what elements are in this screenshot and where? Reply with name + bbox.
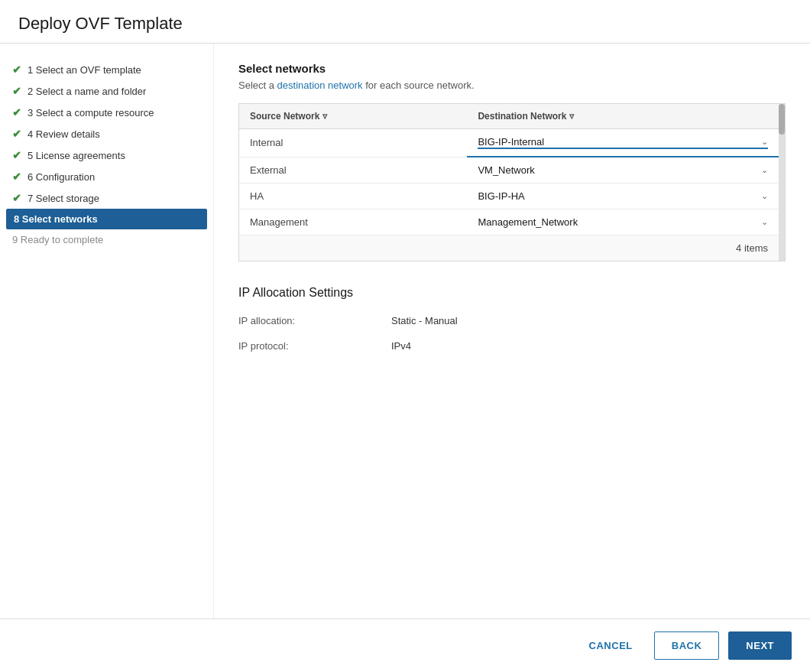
sidebar-item-label: 6 Configuration	[28, 171, 95, 183]
destination-network-cell[interactable]: Management_Network⌄	[467, 209, 779, 235]
ip-label: IP protocol:	[238, 340, 391, 352]
sidebar-item-label: 3 Select a compute resource	[28, 107, 154, 118]
check-icon: ✔	[12, 170, 21, 183]
dialog-title: Deploy OVF Template	[18, 14, 792, 34]
source-network-cell: Management	[239, 209, 467, 235]
section-subtitle: Select a destination network for each so…	[238, 80, 786, 91]
subtitle-pre: Select a	[238, 80, 277, 91]
sidebar-item-label: 7 Select storage	[28, 193, 99, 204]
ip-row: IP protocol:IPv4	[238, 340, 786, 352]
subtitle-post: for each source network.	[363, 80, 475, 91]
next-button[interactable]: NEXT	[728, 631, 792, 660]
ip-section-title: IP Allocation Settings	[238, 286, 786, 300]
table-scrollbar[interactable]	[779, 104, 785, 261]
destination-select[interactable]: VM_Network⌄	[478, 164, 768, 176]
ip-value: Static - Manual	[391, 315, 458, 326]
destination-network-cell[interactable]: BIG-IP-Internal⌄	[467, 129, 779, 157]
source-network-cell: Internal	[239, 129, 467, 157]
ip-value: IPv4	[391, 340, 411, 352]
table-row: ExternalVM_Network⌄	[239, 157, 779, 183]
sidebar-item-step3[interactable]: ✔3 Select a compute resource	[0, 102, 213, 123]
dialog-footer: CANCEL BACK NEXT	[0, 618, 810, 672]
sidebar-item-step5[interactable]: ✔5 License agreements	[0, 144, 213, 166]
sidebar-item-step2[interactable]: ✔2 Select a name and folder	[0, 80, 213, 102]
sidebar-item-step6[interactable]: ✔6 Configuration	[0, 166, 213, 187]
ip-row: IP allocation:Static - Manual	[238, 315, 786, 326]
sidebar: ✔1 Select an OVF template✔2 Select a nam…	[0, 44, 214, 618]
deploy-ovf-dialog: Deploy OVF Template ✔1 Select an OVF tem…	[0, 0, 810, 672]
cancel-button[interactable]: CANCEL	[577, 632, 645, 659]
sidebar-item-step9[interactable]: 9 Ready to complete	[0, 229, 213, 250]
sidebar-item-step8[interactable]: 8 Select networks	[6, 209, 207, 229]
sidebar-item-step4[interactable]: ✔4 Review details	[0, 123, 213, 144]
source-network-cell: HA	[239, 183, 467, 209]
sidebar-item-step1[interactable]: ✔1 Select an OVF template	[0, 59, 213, 80]
sidebar-item-label: 2 Select a name and folder	[28, 86, 146, 97]
destination-network-link[interactable]: destination network	[277, 80, 363, 91]
sidebar-item-label: 9 Ready to complete	[12, 234, 103, 245]
dialog-header: Deploy OVF Template	[0, 0, 810, 44]
dest-filter-icon[interactable]: ▿	[569, 111, 574, 122]
networks-table: Source Network ▿ Destination Network ▿ I…	[239, 104, 779, 261]
chevron-down-icon: ⌄	[761, 165, 768, 175]
source-filter-icon[interactable]: ▿	[322, 111, 327, 122]
ip-rows-container: IP allocation:Static - ManualIP protocol…	[238, 315, 786, 352]
col-dest-header: Destination Network ▿	[467, 104, 779, 129]
sidebar-item-label: 1 Select an OVF template	[28, 64, 141, 76]
destination-value: VM_Network	[478, 164, 534, 176]
main-content: Select networks Select a destination net…	[214, 44, 810, 618]
sidebar-item-step7[interactable]: ✔7 Select storage	[0, 187, 213, 209]
table-footer: 4 items	[239, 235, 779, 261]
back-button[interactable]: BACK	[654, 631, 720, 660]
destination-value: BIG-IP-HA	[478, 190, 524, 202]
table-row: HABIG-IP-HA⌄	[239, 183, 779, 209]
check-icon: ✔	[12, 63, 21, 76]
table-row: InternalBIG-IP-Internal⌄	[239, 129, 779, 157]
sidebar-item-label: 4 Review details	[28, 128, 100, 140]
check-icon: ✔	[12, 192, 21, 204]
ip-label: IP allocation:	[238, 315, 391, 326]
chevron-down-icon: ⌄	[761, 191, 768, 201]
networks-table-wrapper: Source Network ▿ Destination Network ▿ I…	[238, 103, 786, 261]
destination-network-cell[interactable]: BIG-IP-HA⌄	[467, 183, 779, 209]
section-title: Select networks	[238, 62, 786, 75]
check-icon: ✔	[12, 149, 21, 161]
destination-select[interactable]: BIG-IP-Internal⌄	[478, 136, 768, 149]
destination-value: Management_Network	[478, 216, 578, 228]
check-icon: ✔	[12, 85, 21, 97]
check-icon: ✔	[12, 106, 21, 118]
chevron-down-icon: ⌄	[761, 137, 768, 147]
chevron-down-icon: ⌄	[761, 217, 768, 227]
destination-select[interactable]: BIG-IP-HA⌄	[478, 190, 768, 202]
check-icon: ✔	[12, 128, 21, 140]
destination-select[interactable]: Management_Network⌄	[478, 216, 768, 228]
destination-value: BIG-IP-Internal	[478, 136, 544, 148]
dialog-body: ✔1 Select an OVF template✔2 Select a nam…	[0, 44, 810, 618]
col-source-header: Source Network ▿	[239, 104, 467, 129]
source-network-cell: External	[239, 157, 467, 183]
destination-network-cell[interactable]: VM_Network⌄	[467, 157, 779, 183]
sidebar-item-label: 8 Select networks	[14, 213, 98, 225]
sidebar-item-label: 5 License agreements	[28, 150, 125, 161]
table-row: ManagementManagement_Network⌄	[239, 209, 779, 235]
